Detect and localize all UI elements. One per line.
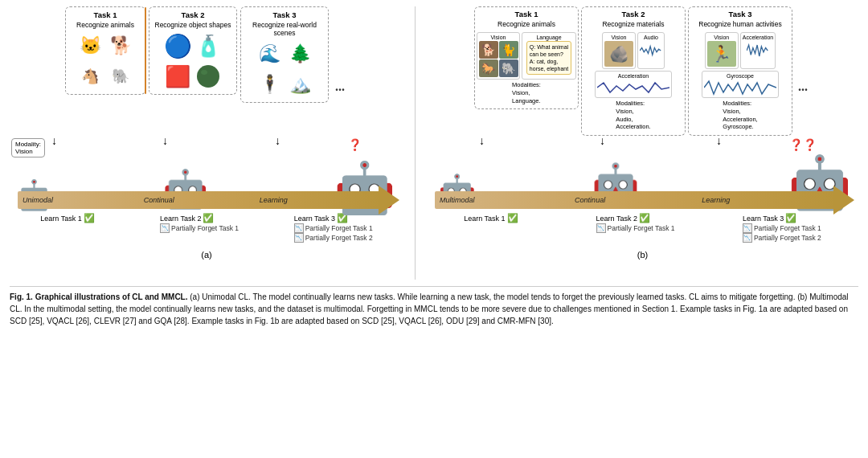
task-box-a1: Task 1 Recognize animals 🐱 🐕 🐴 🐘 [65, 6, 145, 95]
task-box-a3: Task 3 Recognize real-world scenes 🌊 🌲 🕴… [240, 6, 329, 103]
task1b-title: Task 1 [515, 10, 538, 18]
learn-text-b1: Learn Task 1 [464, 215, 505, 223]
scene-person-icon: 🕴️ [255, 70, 284, 99]
forget-text-a3-1: Partially Forget Task 1 [305, 224, 373, 232]
arrow-label-continual-a: Continual [144, 196, 174, 204]
down-arrow-a1: ↓ [51, 135, 57, 148]
learn-forget-row-b: Learn Task 1 ✅ Learn Task 2 ✅ 📉 Partiall… [427, 213, 858, 247]
down-arrow-b2: ↓ [600, 135, 605, 148]
learn-forget-col-b1: Learn Task 1 ✅ [464, 213, 528, 223]
forget-icon-b2-1: 📉 [596, 223, 606, 233]
task3b-accel-wave [747, 41, 769, 60]
scene-ocean-icon: 🌊 [255, 39, 284, 68]
arrow-label-unimodal: Unimodal [23, 196, 53, 204]
task1b-vision-label: Vision [491, 35, 506, 40]
task1b-language-label: Language [536, 35, 561, 40]
arrow-label-learning-a: Learning [260, 196, 288, 204]
forget-icon-a3-1: 📉 [294, 223, 304, 233]
scene-landscape-icon: 🏔️ [285, 70, 314, 99]
forget-text-b3-2: Partially Forget Task 2 [754, 234, 821, 242]
task-box-b2: Task 2 Recognize materials Vision 🪨 Audi… [581, 6, 686, 136]
scene-forest-icon: 🌲 [285, 39, 314, 68]
learn-forget-col-a3: Learn Task 3 ✅ 📉 Partially Forget Task 1… [294, 213, 373, 243]
task2a-title: Task 2 [182, 10, 205, 19]
shape-sphere2-icon [194, 62, 223, 91]
learn-label-a2: Learn Task 2 ✅ [160, 213, 214, 223]
checkmark-b2: ✅ [639, 213, 650, 223]
task3b-gyro-row: Gyroscope [702, 71, 779, 98]
question-marks-a: ❓ [348, 138, 362, 152]
forget-label-a2-1: 📉 Partially Forget Task 1 [160, 223, 239, 233]
learn-label-b2: Learn Task 2 ✅ [596, 213, 650, 223]
task2b-audio-box: Audio [637, 32, 665, 69]
forget-label-b2-1: 📉 Partially Forget Task 1 [596, 223, 675, 233]
modality-label-a: Modality:Vision [15, 141, 41, 155]
vision-img2: 🐈 [499, 41, 518, 59]
task1b-vision-box: Vision 🐕 🐈 🐎 🐘 [477, 32, 520, 80]
question-marks-b: ❓❓ [789, 138, 817, 152]
ellipsis-a: ... [332, 80, 348, 94]
arrow-body-b [435, 191, 838, 209]
svg-point-0 [197, 65, 219, 88]
task2b-vision-label: Vision [612, 35, 627, 40]
learn-label-a1: Learn Task 1 ✅ [40, 213, 94, 223]
task2a-subtitle: Recognize object shapes [155, 21, 231, 29]
checkmark-b1: ✅ [507, 213, 518, 223]
task3b-title: Task 3 [729, 10, 752, 18]
main-container: Task 1 Recognize animals 🐱 🐕 🐴 🐘 Task 2 … [0, 0, 868, 458]
learn-text-a3: Learn Task 3 [294, 215, 335, 223]
forget-label-a3-1: 📉 Partially Forget Task 1 [294, 223, 373, 233]
vision-img1: 🐕 [479, 41, 498, 59]
caption-text-a: (a) Unimodal CL. The model continually l… [190, 292, 795, 301]
task3a-images: 🌊 🌲 🕴️ 🏔️ [255, 39, 314, 99]
figure-caption: Fig. 1. Graphical illustrations of CL an… [10, 286, 858, 327]
down-arrow-b1: ↓ [479, 135, 485, 148]
vertical-separator [415, 6, 416, 280]
learn-text-a1: Learn Task 1 [40, 215, 81, 223]
arrow-b: Multimodal Continual Learning [435, 189, 854, 211]
shape-cylinder-icon: 🧴 [194, 31, 223, 60]
task3a-subtitle: Recognize real-world scenes [244, 21, 325, 37]
down-arrow-a2: ↓ [162, 135, 168, 148]
learn-text-b3: Learn Task 3 [743, 215, 784, 223]
learn-forget-col-a2: Learn Task 2 ✅ 📉 Partially Forget Task 1 [160, 213, 239, 233]
down-arrow-b3: ↓ [716, 135, 722, 148]
learn-forget-row-a: Learn Task 1 ✅ Learn Task 2 ✅ 📉 Partiall… [10, 213, 403, 247]
task3b-accel-box: Acceleration [740, 32, 776, 69]
arrow-label-continual-b: Continual [575, 196, 605, 204]
arrow-head-a [379, 186, 399, 215]
task3a-title: Task 3 [273, 10, 297, 19]
learn-forget-col-a1: Learn Task 1 ✅ [40, 213, 104, 223]
subfig-label-a: (a) [10, 250, 403, 260]
arrow-robot-area-a: Modality:Vision ↓ ↓ ↓ 🤖 🤖 🤖 ❓ Uni [10, 135, 403, 211]
down-arrow-a3: ↓ [275, 135, 280, 148]
learn-text-b2: Learn Task 2 [596, 215, 637, 223]
task2a-images: 🔵 🧴 🟥 [163, 31, 223, 91]
animal-elephant-icon: 🐘 [106, 62, 135, 91]
svg-point-1 [201, 70, 207, 75]
checkmark-b3: ✅ [785, 213, 796, 223]
subfigure-b: Task 1 Recognize animals Vision 🐕 🐈 🐎 🐘 [427, 6, 858, 280]
task1b-qa-box: Q: What animalcan be seen?A: cat, dog,ho… [526, 41, 571, 75]
ellipsis-b: ... [795, 80, 811, 94]
forget-label-b3-1: 📉 Partially Forget Task 1 [743, 223, 821, 233]
task-box-b3: Task 3 Recognize human activities Vision… [688, 6, 792, 136]
forget-text-b2-1: Partially Forget Task 1 [608, 224, 675, 232]
learn-label-b3: Learn Task 3 ✅ [743, 213, 796, 223]
forget-text-b3-1: Partially Forget Task 1 [754, 224, 821, 232]
task1b-modalities: Vision 🐕 🐈 🐎 🐘 Language [477, 32, 576, 80]
arrow-body-a [18, 191, 383, 209]
task3b-vision-label: Vision [714, 35, 729, 40]
arrow-label-multimodal: Multimodal [440, 196, 475, 204]
task1a-subtitle: Recognize animals [76, 21, 134, 29]
figure-area: Task 1 Recognize animals 🐱 🐕 🐴 🐘 Task 2 … [10, 6, 858, 280]
task2b-accel-label: Acceleration [618, 73, 649, 79]
task2b-top-row: Vision 🪨 Audio [602, 32, 665, 69]
forget-text-a3-2: Partially Forget Task 2 [305, 234, 373, 242]
task2b-accel-box: Acceleration [595, 71, 672, 98]
task2b-audio-wave [640, 41, 662, 60]
modality-box-a: Modality:Vision [11, 138, 45, 157]
vision-img3: 🐎 [479, 59, 498, 77]
task2b-accel-row: Acceleration [595, 71, 672, 98]
task-box-b1: Task 1 Recognize animals Vision 🐕 🐈 🐎 🐘 [474, 6, 579, 109]
